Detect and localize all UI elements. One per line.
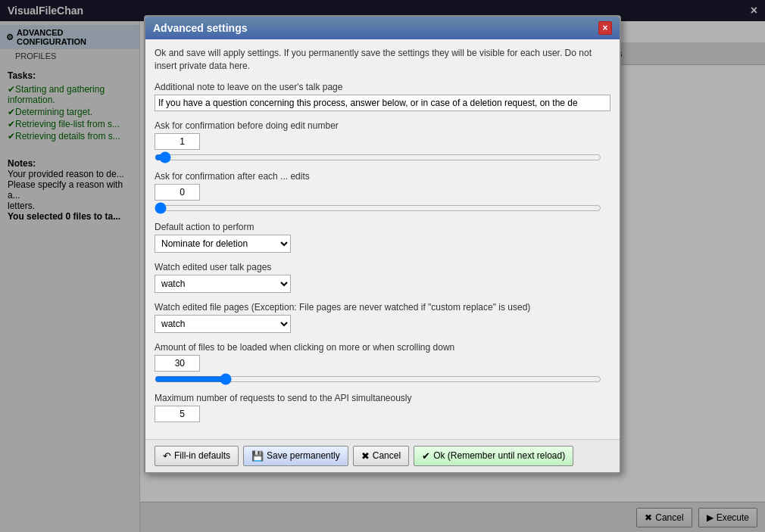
modal-footer: ↶ Fill-in defaults 💾 Save permanently ✖ … bbox=[145, 439, 620, 472]
default-action-label: Default action to perform bbox=[155, 222, 610, 232]
modal-info-text: Ok and save will apply settings. If you … bbox=[155, 47, 610, 73]
confirm-after-input[interactable] bbox=[155, 184, 200, 201]
ok-icon: ✔ bbox=[422, 450, 430, 462]
modal-close-button[interactable]: × bbox=[598, 21, 612, 35]
form-group-max-requests: Maximum number of requests to send to th… bbox=[155, 393, 610, 422]
save-permanently-button[interactable]: 💾 Save permanently bbox=[243, 446, 348, 466]
watch-file-select[interactable]: watch nochange unwatch bbox=[155, 315, 291, 333]
max-requests-label: Maximum number of requests to send to th… bbox=[155, 393, 610, 403]
watch-user-talk-label: Watch edited user talk pages bbox=[155, 262, 610, 272]
cancel-label: Cancel bbox=[373, 450, 401, 461]
watch-file-label: Watch edited file pages (Exception: File… bbox=[155, 302, 610, 313]
default-action-select[interactable]: Nominate for deletion Other action 1 bbox=[155, 235, 291, 253]
confirm-before-label: Ask for confirmation before doing edit n… bbox=[155, 120, 610, 131]
save-permanently-label: Save permanently bbox=[267, 450, 340, 461]
files-load-label: Amount of files to be loaded when clicki… bbox=[155, 342, 610, 353]
ok-remember-button[interactable]: ✔ Ok (Remember until next reload) bbox=[414, 446, 573, 466]
save-permanently-icon: 💾 bbox=[251, 450, 264, 462]
ok-remember-label: Ok (Remember until next reload) bbox=[433, 450, 565, 461]
fill-defaults-button[interactable]: ↶ Fill-in defaults bbox=[155, 446, 239, 466]
form-group-additional-note: Additional note to leave on the user's t… bbox=[155, 82, 610, 111]
watch-user-talk-select[interactable]: watch nochange unwatch bbox=[155, 275, 291, 293]
confirm-before-input[interactable] bbox=[155, 133, 200, 150]
fill-defaults-icon: ↶ bbox=[163, 450, 171, 462]
fill-defaults-label: Fill-in defaults bbox=[174, 450, 230, 461]
additional-note-input[interactable] bbox=[155, 95, 610, 111]
modal-titlebar: Advanced settings × bbox=[145, 17, 620, 39]
form-group-confirm-before: Ask for confirmation before doing edit n… bbox=[155, 120, 610, 162]
advanced-settings-modal: Advanced settings × Ok and save will app… bbox=[144, 15, 621, 474]
modal-body: Ok and save will apply settings. If you … bbox=[145, 39, 620, 439]
confirm-after-slider[interactable] bbox=[155, 204, 601, 213]
additional-note-label: Additional note to leave on the user's t… bbox=[155, 82, 610, 92]
form-group-watch-file: Watch edited file pages (Exception: File… bbox=[155, 302, 610, 333]
form-group-files-load: Amount of files to be loaded when clicki… bbox=[155, 342, 610, 384]
files-load-input[interactable] bbox=[155, 355, 200, 372]
form-group-confirm-after: Ask for confirmation after each ... edit… bbox=[155, 171, 610, 213]
modal-overlay: Advanced settings × Ok and save will app… bbox=[0, 0, 765, 532]
modal-title: Advanced settings bbox=[153, 22, 247, 34]
form-group-default-action: Default action to perform Nominate for d… bbox=[155, 222, 610, 253]
confirm-after-label: Ask for confirmation after each ... edit… bbox=[155, 171, 610, 182]
form-group-watch-user-talk: Watch edited user talk pages watch nocha… bbox=[155, 262, 610, 293]
files-load-slider[interactable] bbox=[155, 375, 601, 384]
cancel-icon: ✖ bbox=[361, 450, 370, 462]
cancel-button[interactable]: ✖ Cancel bbox=[353, 446, 409, 466]
confirm-before-slider[interactable] bbox=[155, 153, 601, 162]
max-requests-input[interactable] bbox=[155, 406, 200, 422]
